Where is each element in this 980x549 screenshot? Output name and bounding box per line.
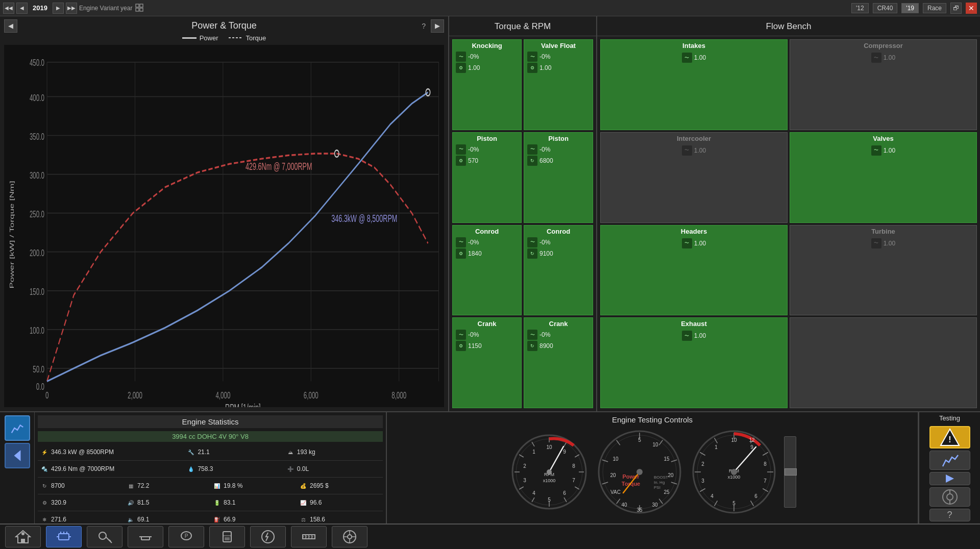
- svg-text:In. Hg: In. Hg: [654, 480, 665, 485]
- svg-text:BOOST: BOOST: [654, 475, 668, 480]
- chart-nav-right-button[interactable]: ▶: [431, 19, 444, 33]
- main-content: ◀ Power & Torque ? ▶ Power Torque: [0, 16, 980, 411]
- torque-card-conrod2: Conrod 〜 -0% ↻ 9100: [524, 225, 593, 316]
- flow-card-intercooler: Intercooler 〜 1.00: [600, 132, 788, 223]
- chart-title: Power & Torque: [191, 20, 257, 31]
- nav-home-button[interactable]: [5, 526, 41, 547]
- stats-row-2: 🔩 429.6 Nm @ 7000RPM 💧 758.3 ➕ 0.0L: [38, 461, 383, 478]
- svg-text:12: 12: [749, 437, 755, 443]
- warning-button[interactable]: !: [929, 426, 970, 448]
- nav-fuel-button[interactable]: [209, 526, 245, 547]
- consumption-icon: ⛽: [212, 515, 222, 524]
- flow-card-headers: Headers 〜 1.00: [600, 225, 788, 316]
- tag-year12[interactable]: '12: [851, 3, 869, 13]
- eff-icon: ▦: [126, 481, 135, 490]
- svg-text:2: 2: [701, 461, 704, 467]
- prev-prev-button[interactable]: ◀◀: [3, 3, 14, 14]
- perf-value: 96.6: [310, 499, 381, 506]
- back-button[interactable]: [5, 443, 30, 468]
- svg-text:PSI: PSI: [654, 485, 660, 490]
- testing-controls-panel: Engine Testing Controls: [387, 412, 919, 523]
- svg-text:4,000: 4,000: [215, 390, 230, 400]
- engine-icon: [56, 529, 72, 545]
- cost-icon: 💰: [299, 481, 308, 490]
- fuel-icon: 🔧: [186, 447, 195, 457]
- next-next-button[interactable]: ▶▶: [66, 3, 77, 14]
- torque-card-knocking: Knocking 〜 -0% ⚙ 1.00: [452, 39, 522, 130]
- chart-help-button[interactable]: ?: [422, 22, 426, 30]
- nav-trans-button[interactable]: [291, 526, 327, 547]
- valves-wave-icon: 〜: [871, 145, 881, 156]
- restore-button[interactable]: 🗗: [950, 3, 962, 14]
- torque-card-conrod1: Conrod 〜 -0% ⚙ 1840: [452, 225, 522, 316]
- turbine-title: Turbine: [871, 228, 895, 235]
- nav-aero-button[interactable]: [128, 526, 163, 547]
- chart-legend: Power Torque: [4, 34, 444, 42]
- chart-header: ◀ Power & Torque ? ▶: [4, 20, 444, 31]
- help-icon: ?: [947, 510, 952, 520]
- testing-help-button[interactable]: ?: [929, 509, 970, 521]
- flow-card-turbine: Turbine 〜 1.00: [790, 225, 977, 316]
- close-button[interactable]: ✕: [966, 3, 977, 14]
- svg-rect-141: [59, 534, 69, 540]
- tag-cr40[interactable]: CR40: [873, 3, 898, 13]
- home-icon: [15, 529, 31, 545]
- torque-card-crank2: Crank 〜 -0% ↻ 8900: [524, 317, 593, 408]
- fuel2-value: 83.1: [224, 499, 295, 506]
- chart-panel: ◀ Power & Torque ? ▶ Power Torque: [0, 16, 449, 411]
- power-value: 346.3 kW @ 8500RPM: [51, 448, 182, 456]
- flow-grid: Intakes 〜 1.00 Compressor 〜 1.00 Interco…: [597, 36, 980, 411]
- flow-bench-panel: Flow Bench Intakes 〜 1.00 Compressor 〜 1…: [597, 16, 980, 411]
- svg-text:200.0: 200.0: [30, 247, 44, 258]
- tag-year19[interactable]: '19: [901, 3, 919, 13]
- crank2-title: Crank: [527, 320, 590, 328]
- svg-text:350.0: 350.0: [30, 131, 44, 141]
- dyno-button[interactable]: [929, 487, 970, 507]
- vol-value: 758.3: [198, 465, 281, 472]
- knocking-gear-icon: ⚙: [456, 63, 466, 73]
- weight-icon: ⛰: [286, 447, 295, 457]
- svg-text:250.0: 250.0: [30, 209, 44, 219]
- conrod1-title: Conrod: [456, 228, 518, 235]
- piston1-gear-icon: ⚙: [456, 156, 466, 166]
- nav-wheels-button[interactable]: [332, 526, 368, 547]
- chart-view2-button[interactable]: [929, 451, 970, 470]
- nav-key-button[interactable]: [87, 526, 122, 547]
- valve-float-val: 1.00: [540, 64, 551, 71]
- svg-rect-6: [4, 45, 444, 407]
- flow-card-exhaust: Exhaust 〜 1.00: [600, 317, 788, 408]
- compressor-wave-icon: 〜: [871, 53, 881, 63]
- conrod2-pct: -0%: [540, 239, 550, 246]
- fuel2-icon: 🔋: [212, 498, 222, 507]
- svg-text:9: 9: [563, 449, 566, 455]
- nav-engine-button[interactable]: [46, 526, 82, 547]
- svg-point-101: [636, 469, 643, 475]
- conrod2-title: Conrod: [527, 228, 590, 235]
- svg-text:450.0: 450.0: [30, 57, 44, 67]
- nav-badge-button[interactable]: P: [168, 526, 204, 547]
- prev-button[interactable]: ◀: [16, 3, 28, 14]
- sound-value: 81.5: [137, 499, 208, 506]
- testing-forward-button[interactable]: [929, 472, 970, 485]
- piston1-wave-icon: 〜: [456, 144, 466, 155]
- crank1-gear-icon: ⚙: [456, 341, 466, 351]
- svg-marker-43: [14, 450, 20, 461]
- legend-torque-label: Torque: [246, 34, 266, 42]
- chart-nav-left-button[interactable]: ◀: [4, 19, 17, 33]
- boost-icon: 📊: [212, 481, 222, 490]
- svg-text:429.6Nm @ 7,000RPM: 429.6Nm @ 7,000RPM: [246, 161, 312, 172]
- slider-thumb[interactable]: [785, 468, 797, 476]
- chart-view-button[interactable]: [5, 415, 30, 441]
- tag-race[interactable]: Race: [923, 3, 946, 13]
- piston2-title: Piston: [527, 135, 590, 142]
- bottom-nav: P: [0, 523, 980, 549]
- next-button[interactable]: ▶: [53, 3, 64, 14]
- nav-elec-button[interactable]: [250, 526, 286, 547]
- rpm-icon: ↻: [40, 481, 49, 490]
- svg-rect-158: [225, 537, 230, 540]
- piston1-pct: -0%: [468, 146, 479, 153]
- throttle-slider[interactable]: [784, 427, 796, 517]
- piston1-val: 570: [468, 157, 478, 164]
- knocking-val: 1.00: [468, 64, 480, 71]
- engine-stats-panel: Engine Statistics 3994 cc DOHC 4V 90° V8…: [35, 412, 387, 523]
